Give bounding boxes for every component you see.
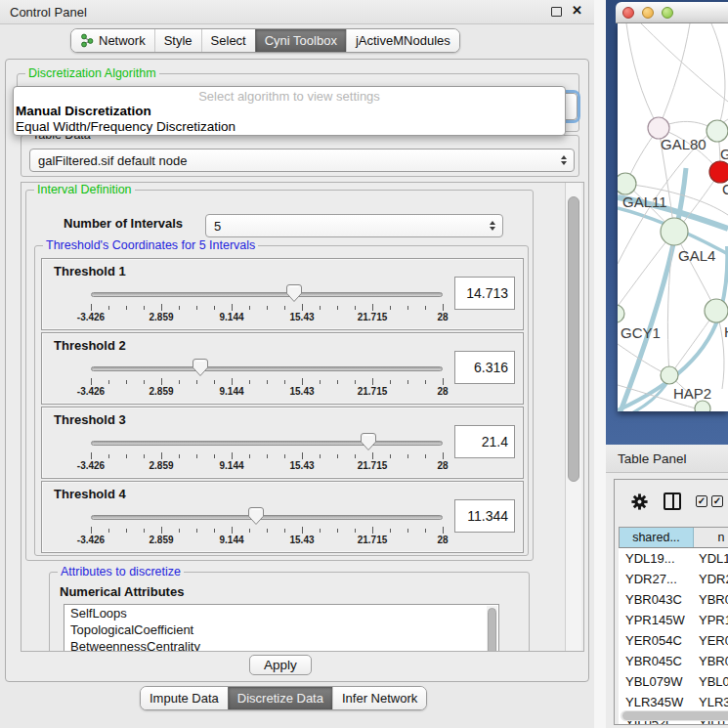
threshold-panel-3: Threshold 3-3.4262.8599.14415.4321.71528… — [41, 407, 524, 479]
apply-button[interactable]: Apply — [249, 655, 312, 675]
network-node-hap2[interactable] — [661, 366, 678, 384]
network-edge[interactable] — [641, 23, 728, 102]
network-window-titlebar[interactable] — [616, 2, 728, 23]
cell-shared-name[interactable]: YBL079W — [619, 674, 695, 689]
table-row[interactable]: YPR145WYPR1 — [619, 610, 728, 630]
table-row[interactable]: YBL079WYBL0 — [619, 671, 728, 692]
cell-shared-name[interactable]: YLR345W — [619, 695, 695, 709]
cell-shared-name[interactable]: YBR045C — [619, 654, 695, 668]
slider-thumb[interactable] — [248, 507, 264, 525]
cell-name[interactable]: YER0 — [695, 633, 728, 648]
network-graph[interactable]: GAL80GACGAL11GAL4HGCY1HAP2 — [618, 23, 728, 411]
cell-name[interactable]: YBR0 — [695, 592, 728, 607]
split-columns-icon[interactable] — [664, 492, 681, 510]
network-node-h[interactable] — [705, 299, 728, 322]
threshold-slider[interactable]: -3.4262.8599.14415.4321.71528 — [87, 282, 447, 327]
threshold-slider[interactable]: -3.4262.8599.14415.4321.71528 — [87, 357, 447, 402]
table-data-combobox[interactable]: galFiltered.sif default node — [29, 149, 575, 172]
number-of-intervals-combobox[interactable]: 5 — [205, 214, 503, 237]
tab-impute-data[interactable]: Impute Data — [141, 687, 228, 709]
node-label: C — [722, 181, 728, 197]
panel-title: Control Panel — [10, 5, 87, 20]
cell-name[interactable]: YPR1 — [695, 613, 728, 627]
network-edge[interactable] — [659, 23, 690, 128]
table-row[interactable]: YBR043CYBR0 — [619, 589, 728, 610]
network-edge[interactable] — [711, 23, 725, 131]
slider-track[interactable] — [91, 515, 443, 520]
table-data-group: Table Data galFiltered.sif default node — [21, 135, 579, 177]
cell-shared-name[interactable]: YDR27... — [619, 572, 695, 586]
list-item[interactable]: SelfLoops — [64, 605, 498, 621]
node-label: GAL80 — [661, 136, 707, 152]
table-row[interactable]: YDL19...YDL1 — [619, 548, 728, 569]
popup-option-manual-discretization[interactable]: Manual Discretization — [14, 104, 565, 119]
cell-name[interactable]: YLR3 — [695, 695, 728, 709]
network-node-gal11[interactable] — [618, 173, 636, 194]
cell-name[interactable]: YDR2 — [695, 572, 728, 586]
node-label: GCY1 — [621, 324, 661, 341]
tab-discretize-data[interactable]: Discretize Data — [228, 687, 332, 709]
table-row[interactable]: YER054CYER0 — [619, 630, 728, 651]
threshold-slider[interactable]: -3.4262.8599.14415.4321.71528 — [87, 505, 447, 550]
slider-thumb[interactable] — [361, 433, 376, 450]
network-node-gal4[interactable] — [661, 218, 688, 245]
slider-thumb[interactable] — [286, 284, 302, 302]
slider-thumb[interactable] — [193, 359, 208, 376]
close-icon[interactable]: ✕ — [572, 3, 582, 18]
node-label: H — [724, 323, 728, 340]
slider-track[interactable] — [91, 366, 443, 371]
vertical-scrollbar[interactable] — [565, 183, 581, 652]
combo-arrows-icon — [561, 155, 567, 165]
list-item[interactable]: BetweennessCentrality — [64, 638, 498, 652]
column-header-shared-name[interactable]: shared... — [620, 528, 694, 547]
attributes-list[interactable]: SelfLoopsTopologicalCoefficientBetweenne… — [64, 604, 499, 652]
horizontal-scrollbar[interactable] — [621, 710, 728, 721]
tab-cyni-toolbox[interactable]: Cyni Toolbox — [255, 29, 346, 52]
cell-name[interactable]: YBR0 — [695, 654, 728, 668]
cell-shared-name[interactable]: YPR145W — [619, 613, 695, 627]
zoom-traffic-light-icon[interactable] — [662, 7, 673, 19]
network-node[interactable] — [695, 401, 710, 411]
threshold-slider[interactable]: -3.4262.8599.14415.4321.71528 — [87, 431, 447, 476]
network-edge[interactable] — [626, 23, 659, 128]
cell-name[interactable]: YDL1 — [695, 551, 728, 566]
threshold-value-field[interactable]: 21.4 — [454, 425, 515, 458]
table-row[interactable]: YLR345WYLR3 — [619, 692, 728, 712]
float-window-icon[interactable] — [551, 7, 562, 17]
network-canvas[interactable]: GAL80GACGAL11GAL4HGCY1HAP2 — [618, 23, 728, 411]
cell-name[interactable]: YBL0 — [695, 674, 728, 689]
close-traffic-light-icon[interactable] — [622, 7, 634, 19]
threshold-value-field[interactable]: 6.316 — [454, 351, 515, 384]
slider-track[interactable] — [91, 292, 443, 297]
threshold-value-field[interactable]: 14.713 — [454, 277, 515, 310]
tab-jactivemnodules[interactable]: jActiveMNodules — [346, 29, 459, 52]
slider-track[interactable] — [91, 441, 443, 446]
table-row[interactable]: YBR045CYBR0 — [619, 651, 728, 671]
cell-shared-name[interactable]: YBR043C — [619, 592, 695, 607]
network-node-gcy1[interactable] — [618, 305, 624, 322]
cell-shared-name[interactable]: YER054C — [619, 633, 695, 648]
tab-network[interactable]: Network — [71, 29, 154, 52]
network-node-ga[interactable] — [707, 120, 728, 142]
checkbox-icon[interactable]: ✓ — [696, 495, 707, 507]
tab-infer-network[interactable]: Infer Network — [332, 687, 426, 709]
column-header-name[interactable]: n — [694, 528, 728, 547]
scrollbar-thumb[interactable] — [568, 196, 579, 482]
threshold-value-field[interactable]: 11.344 — [454, 499, 515, 533]
panel-divider — [594, 0, 606, 728]
node-label: GA — [720, 146, 728, 162]
checkbox-icon[interactable]: ✓ — [711, 495, 723, 507]
table-row[interactable]: YDR27...YDR2 — [619, 569, 728, 589]
cell-shared-name[interactable]: YDL19... — [619, 551, 695, 566]
list-item[interactable]: TopologicalCoefficient — [64, 621, 498, 638]
threshold-label: Threshold 3 — [54, 412, 126, 427]
threshold-label: Threshold 4 — [54, 487, 126, 501]
list-scrollbar[interactable] — [487, 606, 497, 652]
tab-select[interactable]: Select — [201, 29, 255, 52]
tab-style[interactable]: Style — [154, 29, 201, 52]
minimize-traffic-light-icon[interactable] — [642, 7, 654, 19]
table-toolbar: ✓ ✓ — [615, 480, 728, 523]
network-node-c[interactable] — [709, 161, 728, 183]
popup-option-equal-width-frequency-discretization[interactable]: Equal Width/Frequency Discretization — [14, 119, 565, 135]
settings-gear-icon[interactable] — [630, 492, 649, 511]
